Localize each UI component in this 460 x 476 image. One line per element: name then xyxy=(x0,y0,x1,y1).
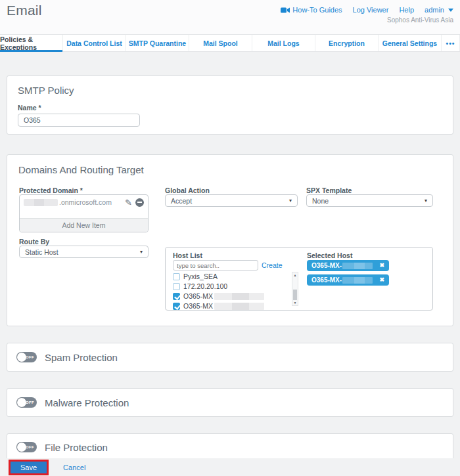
tab-data-control-list[interactable]: Data Control List xyxy=(63,35,126,51)
select-caret-icon: ▾ xyxy=(425,198,427,204)
host-list-title: Host List xyxy=(173,251,202,259)
scrollbar-thumb[interactable] xyxy=(293,290,297,300)
cancel-link[interactable]: Cancel xyxy=(63,464,85,471)
tab-overflow-more[interactable]: ••• xyxy=(442,35,460,51)
selected-host-chips: O365-MX- ✖ O365-MX- ✖ xyxy=(307,260,389,289)
protected-domain-value: .onmicrosoft.com xyxy=(59,198,125,206)
redacted-domain-prefix xyxy=(24,199,58,206)
ellipsis-icon: ••• xyxy=(446,39,455,47)
toggle-knob xyxy=(17,353,26,362)
page-header: Email How-To Guides Log Viewer Help admi… xyxy=(0,0,460,34)
policy-name-input[interactable] xyxy=(18,114,140,127)
create-host-link[interactable]: Create xyxy=(262,261,283,269)
protected-domain-row: .onmicrosoft.com ✎ xyxy=(20,195,148,209)
tab-mail-logs[interactable]: Mail Logs xyxy=(252,35,315,51)
tab-encryption[interactable]: Encryption xyxy=(315,35,379,51)
host-list: Pyxis_SEA 172.20.20.100 O365-MX O365-MX xyxy=(173,272,288,311)
file-protection-toggle[interactable]: OFF xyxy=(16,442,37,452)
toggle-state-label: OFF xyxy=(26,355,34,359)
selected-host-title: Selected Host xyxy=(307,251,352,259)
host-search-input[interactable] xyxy=(173,260,258,270)
file-protection-label: File Protection xyxy=(45,442,108,453)
global-action-label: Global Action xyxy=(165,186,210,194)
remove-chip-icon[interactable]: ✖ xyxy=(379,277,384,283)
selected-host-chip: O365-MX- ✖ xyxy=(307,260,389,271)
selected-host-chip: O365-MX- ✖ xyxy=(307,274,389,286)
protected-domain-label: Protected Domain * xyxy=(19,186,83,194)
tab-bar: Policies & Exceptions Data Control List … xyxy=(0,34,460,52)
redacted-host-suffix xyxy=(214,303,264,310)
scroll-down-icon[interactable]: ▼ xyxy=(292,300,298,305)
remove-minus-icon[interactable] xyxy=(135,198,144,207)
toggle-knob xyxy=(17,443,26,452)
scroll-up-icon[interactable]: ▲ xyxy=(292,272,298,278)
redacted-host-suffix xyxy=(214,293,264,300)
host-list-item[interactable]: 172.20.20.100 xyxy=(173,282,288,291)
spam-protection-card: OFF Spam Protection xyxy=(7,343,453,372)
header-links: How-To Guides Log Viewer Help admin xyxy=(281,6,453,14)
global-action-select[interactable]: Accept ▾ xyxy=(165,194,298,207)
host-selector-panel: Host List Create Pyxis_SEA 172.20.20.100… xyxy=(165,247,433,311)
how-to-guides-link[interactable]: How-To Guides xyxy=(281,6,342,14)
spam-protection-label: Spam Protection xyxy=(45,352,118,363)
host-list-item[interactable]: O365-MX xyxy=(173,301,288,311)
spam-protection-toggle[interactable]: OFF xyxy=(16,352,37,362)
redacted-chip-suffix xyxy=(342,263,373,269)
action-footer: Save Cancel xyxy=(0,458,460,476)
route-by-label: Route By xyxy=(19,238,49,246)
protected-domain-list: .onmicrosoft.com ✎ Add New Item xyxy=(19,194,149,232)
route-by-select[interactable]: Static Host ▾ xyxy=(19,246,149,258)
malware-protection-label: Malware Protection xyxy=(45,397,129,408)
remove-chip-icon[interactable]: ✖ xyxy=(379,263,384,269)
redacted-chip-suffix xyxy=(342,277,373,284)
select-caret-icon: ▾ xyxy=(289,198,292,204)
host-list-item[interactable]: Pyxis_SEA xyxy=(173,272,288,281)
annotation-highlight-red-box: Save xyxy=(9,460,49,475)
smtp-policy-card: SMTP Policy Name * xyxy=(7,76,453,135)
chevron-down-icon xyxy=(448,9,453,12)
malware-protection-card: OFF Malware Protection xyxy=(7,388,453,417)
video-camera-icon xyxy=(281,7,290,13)
toggle-state-label: OFF xyxy=(26,445,34,449)
save-button[interactable]: Save xyxy=(11,462,47,473)
toggle-knob xyxy=(17,398,26,407)
tab-general-settings[interactable]: General Settings xyxy=(379,35,442,51)
tab-mail-spool[interactable]: Mail Spool xyxy=(189,35,252,51)
domains-routing-card: Domains And Routing Target Protected Dom… xyxy=(7,154,453,326)
host-checkbox[interactable] xyxy=(173,273,180,280)
smtp-policy-title: SMTP Policy xyxy=(18,85,442,96)
tab-smtp-quarantine[interactable]: SMTP Quarantine xyxy=(126,35,189,51)
select-caret-icon: ▾ xyxy=(140,249,143,255)
log-viewer-link[interactable]: Log Viewer xyxy=(353,6,389,14)
host-checkbox[interactable] xyxy=(173,303,180,310)
admin-menu[interactable]: admin xyxy=(425,6,453,14)
spx-template-select[interactable]: None ▾ xyxy=(306,194,433,207)
name-label: Name * xyxy=(18,104,442,112)
domains-routing-title: Domains And Routing Target xyxy=(18,164,144,175)
spx-template-label: SPX Template xyxy=(306,186,352,194)
edit-pencil-icon[interactable]: ✎ xyxy=(125,198,132,207)
host-checkbox[interactable] xyxy=(173,293,180,300)
add-new-item-button[interactable]: Add New Item xyxy=(20,218,148,232)
host-list-item[interactable]: O365-MX xyxy=(173,292,288,301)
malware-protection-toggle[interactable]: OFF xyxy=(16,397,37,408)
help-link[interactable]: Help xyxy=(399,6,414,14)
host-list-scrollbar[interactable]: ▲ ▼ xyxy=(292,272,298,306)
tenant-name: Sophos Anti-Virus Asia xyxy=(387,16,453,24)
tab-policies-exceptions[interactable]: Policies & Exceptions xyxy=(0,35,63,51)
toggle-state-label: OFF xyxy=(26,400,34,404)
host-checkbox[interactable] xyxy=(173,283,180,290)
